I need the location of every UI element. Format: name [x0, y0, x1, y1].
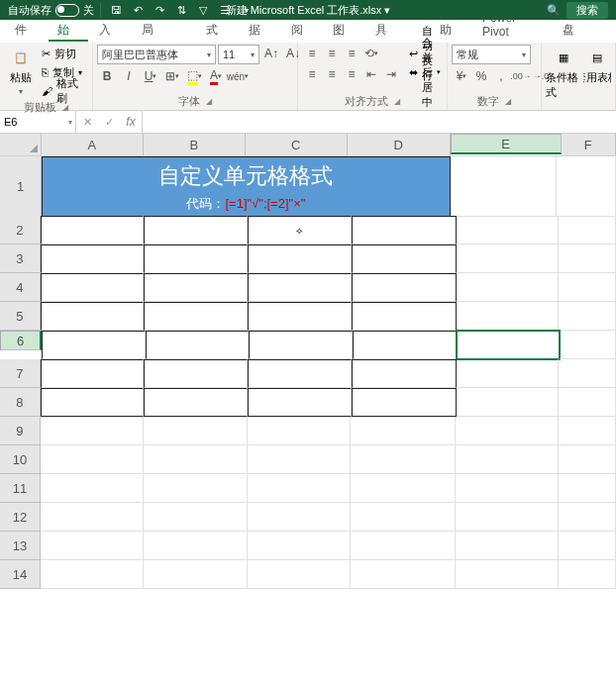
- cell[interactable]: [560, 331, 617, 359]
- merged-header-cell[interactable]: 自定义单元格格式 代码：[=1]"√";[=2]"×": [42, 156, 451, 217]
- row-header-12[interactable]: 12: [0, 503, 41, 532]
- cell[interactable]: [144, 445, 247, 474]
- cell[interactable]: [559, 302, 616, 331]
- cell[interactable]: [457, 359, 560, 388]
- cell[interactable]: [351, 560, 455, 589]
- align-left-button[interactable]: ≡: [302, 65, 322, 83]
- col-header-f[interactable]: F: [562, 134, 616, 155]
- cell[interactable]: [41, 417, 144, 445]
- cell[interactable]: [41, 244, 145, 273]
- cell[interactable]: [41, 474, 144, 503]
- cell[interactable]: [144, 359, 248, 388]
- row-header-10[interactable]: 10: [0, 445, 41, 474]
- phonetic-button[interactable]: wén▾: [228, 67, 248, 85]
- cell[interactable]: [457, 388, 560, 417]
- select-all-corner[interactable]: [0, 134, 42, 155]
- cell[interactable]: [456, 445, 559, 474]
- enter-formula-button[interactable]: ✓: [98, 116, 120, 129]
- cell[interactable]: [559, 474, 616, 503]
- cell[interactable]: [248, 417, 351, 445]
- font-size-select[interactable]: 11▾: [218, 45, 259, 64]
- cell[interactable]: [248, 560, 351, 589]
- currency-button[interactable]: ¥▾: [452, 67, 471, 85]
- paste-button[interactable]: 📋 粘贴 ▾: [4, 45, 38, 96]
- cell[interactable]: [351, 445, 455, 474]
- cell[interactable]: [144, 417, 247, 445]
- cell[interactable]: [248, 445, 351, 474]
- row-header-1[interactable]: 1: [0, 156, 42, 217]
- col-header-a[interactable]: A: [42, 134, 144, 155]
- cell[interactable]: [456, 532, 559, 560]
- col-header-b[interactable]: B: [144, 134, 246, 155]
- cell[interactable]: [41, 273, 145, 302]
- formula-input[interactable]: [143, 111, 616, 133]
- row-header-2[interactable]: 2: [0, 216, 41, 244]
- cell[interactable]: [351, 532, 455, 560]
- cell[interactable]: [144, 560, 247, 589]
- row-header-7[interactable]: 7: [0, 359, 41, 388]
- row-header-14[interactable]: 14: [0, 560, 41, 589]
- cell[interactable]: [559, 359, 616, 388]
- cell[interactable]: [457, 244, 560, 273]
- cell[interactable]: [352, 273, 457, 302]
- cell[interactable]: [248, 532, 351, 560]
- underline-button[interactable]: U▾: [141, 67, 160, 85]
- cell[interactable]: [559, 244, 616, 273]
- cell[interactable]: [352, 244, 457, 273]
- cell[interactable]: [457, 331, 559, 359]
- redo-icon[interactable]: ↷: [153, 3, 166, 17]
- orientation-button[interactable]: ⟲▾: [361, 45, 381, 62]
- cell[interactable]: [248, 503, 351, 532]
- cell[interactable]: [457, 302, 560, 331]
- cell[interactable]: [559, 445, 616, 474]
- cell[interactable]: [144, 273, 248, 302]
- cell[interactable]: [41, 532, 144, 560]
- search-box[interactable]: 搜索: [566, 2, 608, 19]
- dialog-launcher-icon[interactable]: ◢: [394, 97, 400, 106]
- cell[interactable]: [456, 560, 559, 589]
- autosave-toggle[interactable]: 自动保存 关: [2, 3, 101, 18]
- row-header-3[interactable]: 3: [0, 244, 41, 273]
- cell[interactable]: [456, 503, 559, 532]
- cell[interactable]: [249, 331, 352, 359]
- merge-center-button[interactable]: ⬌合并后居中▾: [407, 63, 443, 81]
- cell[interactable]: [248, 244, 352, 273]
- cell[interactable]: [144, 216, 248, 244]
- percent-button[interactable]: %: [471, 67, 491, 85]
- cell[interactable]: [144, 244, 248, 273]
- bold-button[interactable]: B: [97, 67, 117, 85]
- table-styles-button[interactable]: ▤ 套用表格: [583, 45, 611, 85]
- cell[interactable]: [559, 273, 616, 302]
- name-box[interactable]: E6 ▾: [0, 111, 76, 133]
- cell[interactable]: [41, 359, 145, 388]
- col-header-d[interactable]: D: [348, 134, 451, 155]
- font-name-select[interactable]: 阿里巴巴普惠体▾: [97, 45, 216, 64]
- dialog-launcher-icon[interactable]: ◢: [206, 97, 212, 106]
- cell[interactable]: [559, 417, 616, 445]
- italic-button[interactable]: I: [119, 67, 139, 85]
- cell[interactable]: [352, 302, 457, 331]
- cell[interactable]: [144, 503, 247, 532]
- cell[interactable]: [144, 474, 247, 503]
- cell[interactable]: ✧: [248, 216, 352, 244]
- cell[interactable]: [457, 273, 560, 302]
- row-header-13[interactable]: 13: [0, 532, 41, 560]
- cell[interactable]: [146, 331, 249, 359]
- col-header-c[interactable]: C: [246, 134, 348, 155]
- cell[interactable]: [248, 302, 352, 331]
- fx-icon[interactable]: fx: [120, 115, 142, 129]
- cell[interactable]: [457, 216, 560, 244]
- search-icon[interactable]: 🔍: [547, 4, 561, 17]
- align-bottom-button[interactable]: ≡: [342, 45, 361, 62]
- cell[interactable]: [456, 474, 559, 503]
- align-top-button[interactable]: ≡: [302, 45, 322, 62]
- cell[interactable]: [248, 359, 352, 388]
- number-format-select[interactable]: 常规▾: [452, 45, 531, 64]
- conditional-format-button[interactable]: ▦ 条件格式: [546, 45, 581, 100]
- row-header-9[interactable]: 9: [0, 417, 41, 445]
- cell[interactable]: [351, 503, 455, 532]
- cell[interactable]: [248, 388, 352, 417]
- cell[interactable]: [352, 216, 457, 244]
- align-middle-button[interactable]: ≡: [322, 45, 342, 62]
- cell[interactable]: [559, 503, 616, 532]
